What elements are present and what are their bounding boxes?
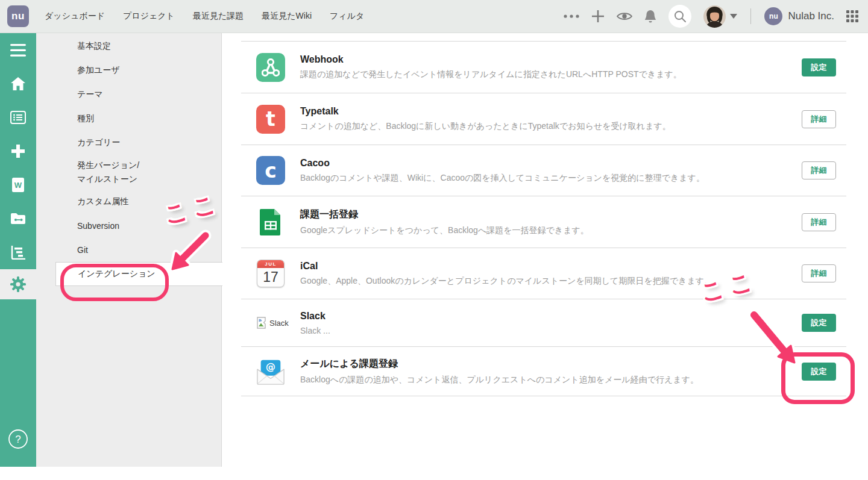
settings-nav-label: カスタム属性	[77, 196, 128, 207]
typetalk-letter: t	[266, 109, 275, 129]
settings-nav-custom-fields[interactable]: カスタム属性	[36, 190, 221, 214]
settings-nav-label: Git	[77, 245, 88, 255]
integration-title: Webhook	[300, 54, 802, 65]
project-settings-nav: 基本設定 参加ユーザ テーマ 種別 カテゴリー 発生バージョン/ マイルストーン…	[36, 33, 222, 467]
search-icon	[674, 10, 686, 22]
settings-nav-integrations[interactable]: インテグレーション	[55, 262, 222, 286]
nav-dashboard[interactable]: ダッシュボード	[45, 11, 105, 22]
settings-nav-label: テーマ	[77, 89, 103, 100]
sidebar-item-files[interactable]	[0, 202, 36, 235]
avatar	[703, 5, 726, 28]
integration-title: Cacoo	[300, 158, 802, 169]
integration-row-bulk-issue: 課題一括登録 Googleスプレッドシートをつかって、Backlogへ課題を一括…	[241, 196, 846, 248]
typetalk-icon: t	[256, 105, 285, 134]
settings-nav-basic[interactable]: 基本設定	[36, 34, 221, 58]
integration-description: Google、Apple、Outlookのカレンダーとプロジェクトのマイルストー…	[300, 276, 802, 287]
broken-image-icon	[256, 317, 269, 329]
ical-icon: JUL 17	[256, 259, 285, 288]
slack-broken-image: Slack	[256, 308, 285, 337]
typetalk-details-button[interactable]: 詳細	[802, 110, 836, 128]
chevron-down-icon	[730, 14, 737, 19]
integration-title: 課題一括登録	[300, 208, 802, 221]
integration-row-cacoo: c Cacoo Backlogのコメントや課題、Wikiに、Cacooの図を挿入…	[241, 145, 846, 196]
files-folder-icon	[10, 212, 27, 225]
notifications-bell-icon[interactable]	[644, 10, 656, 23]
home-icon	[10, 76, 26, 91]
gantt-chart-icon	[10, 245, 26, 260]
hamburger-icon	[10, 44, 26, 57]
nav-filter[interactable]: フィルタ	[330, 11, 364, 22]
integrations-panel: Webhook 課題の追加などで発生したイベント情報をリアルタイムに指定されたU…	[222, 33, 868, 467]
integration-row-slack: Slack Slack Slack ... 設定	[241, 299, 846, 346]
settings-nav-label: カテゴリー	[77, 137, 120, 148]
ical-day: 17	[257, 268, 284, 287]
plus-icon	[11, 144, 25, 158]
add-icon[interactable]	[591, 10, 605, 23]
integration-row-webhook: Webhook 課題の追加などで発生したイベント情報をリアルタイムに指定されたU…	[241, 41, 846, 93]
slack-settings-button[interactable]: 設定	[802, 314, 836, 332]
mail-icon: @	[256, 357, 285, 386]
settings-nav-label: 基本設定	[77, 41, 111, 52]
user-menu[interactable]	[703, 5, 737, 28]
integration-description: Slack ...	[300, 326, 802, 335]
integration-row-typetalk: t Typetalk コメントの追加など、Backlogに新しい動きがあったとき…	[241, 93, 846, 145]
wiki-icon: W	[11, 177, 25, 193]
settings-nav-label: インテグレーション	[78, 269, 156, 279]
cacoo-letter: c	[265, 161, 277, 181]
settings-nav-git[interactable]: Git	[36, 238, 221, 262]
search-button[interactable]	[668, 5, 691, 28]
integration-description: Backlogのコメントや課題、Wikiに、Cacooの図を挿入してコミュニケー…	[300, 173, 802, 184]
sidebar-item-home[interactable]	[0, 67, 36, 101]
nav-recent-issues[interactable]: 最近見た課題	[193, 11, 244, 22]
settings-nav-label: マイルストーン	[77, 172, 137, 186]
mail-at-symbol: @	[266, 361, 275, 373]
gear-icon	[10, 276, 27, 293]
apps-grid-icon[interactable]	[846, 10, 858, 22]
bulk-issue-details-button[interactable]: 詳細	[802, 213, 836, 231]
more-icon[interactable]	[564, 14, 579, 18]
nav-projects[interactable]: プロジェクト	[123, 11, 175, 22]
org-name: Nulab Inc.	[788, 10, 834, 22]
integration-title: メールによる課題登録	[300, 358, 802, 370]
sidebar-item-add[interactable]	[0, 134, 36, 168]
topbar-divider	[750, 8, 751, 24]
settings-nav-subversion[interactable]: Subversion	[36, 214, 221, 238]
wiki-letter: W	[14, 181, 22, 190]
settings-nav-issue-types[interactable]: 種別	[36, 107, 221, 131]
sidebar-item-settings[interactable]	[0, 269, 36, 299]
sidebar-item-issues[interactable]	[0, 101, 36, 134]
broken-image-alt: Slack	[269, 319, 289, 328]
settings-nav-versions-milestones[interactable]: 発生バージョン/ マイルストーン	[36, 155, 221, 190]
watch-eye-icon[interactable]	[617, 11, 632, 22]
topbar-right: nu Nulab Inc.	[564, 5, 858, 28]
integration-title: iCal	[300, 261, 802, 272]
webhook-icon	[256, 53, 285, 82]
integration-description: Backlogへの課題の追加や、コメント返信、プルリクエストへのコメント追加をメ…	[300, 375, 802, 385]
nulab-logo-text: nu	[769, 12, 778, 20]
nav-recent-wiki[interactable]: 最近見たWiki	[262, 11, 312, 22]
top-nav: ダッシュボード プロジェクト 最近見た課題 最近見たWiki フィルタ	[45, 11, 364, 22]
issue-list-icon	[10, 111, 26, 124]
backlog-logo[interactable]: nu	[7, 5, 29, 27]
help-icon: ?	[8, 429, 28, 449]
help-button[interactable]: ?	[0, 422, 36, 456]
sidebar-item-gantt[interactable]	[0, 235, 36, 269]
integration-description: 課題の追加などで発生したイベント情報をリアルタイムに指定されたURLへHTTP …	[300, 69, 802, 80]
settings-nav-members[interactable]: 参加ユーザ	[36, 58, 221, 83]
mail-settings-button[interactable]: 設定	[802, 363, 836, 381]
ical-month: JUL	[257, 260, 284, 268]
org-switcher[interactable]: nu Nulab Inc.	[764, 7, 834, 25]
cacoo-details-button[interactable]: 詳細	[802, 161, 836, 179]
settings-nav-theme[interactable]: テーマ	[36, 83, 221, 107]
cacoo-icon: c	[256, 156, 285, 185]
integration-row-ical: JUL 17 iCal Google、Apple、Outlookのカレンダーとプ…	[241, 248, 846, 299]
sidebar-item-wiki[interactable]: W	[0, 168, 36, 202]
menu-toggle-button[interactable]	[0, 33, 36, 67]
spreadsheet-icon	[256, 208, 285, 237]
top-bar: nu ダッシュボード プロジェクト 最近見た課題 最近見たWiki フィルタ	[0, 0, 868, 33]
ical-details-button[interactable]: 詳細	[802, 264, 836, 282]
nulab-logo: nu	[764, 7, 782, 25]
webhook-settings-button[interactable]: 設定	[802, 58, 836, 76]
settings-nav-categories[interactable]: カテゴリー	[36, 131, 221, 155]
help-label: ?	[15, 434, 20, 445]
